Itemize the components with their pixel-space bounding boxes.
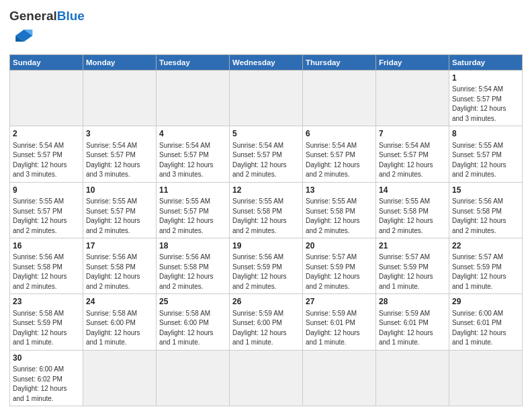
day-info: Sunrise: 6:00 AM Sunset: 6:02 PM Dayligh… — [13, 365, 80, 404]
day-info: Sunrise: 5:54 AM Sunset: 5:57 PM Dayligh… — [13, 141, 80, 180]
day-number: 21 — [379, 240, 446, 252]
day-number: 29 — [452, 296, 519, 308]
calendar-cell: 5Sunrise: 5:54 AM Sunset: 5:57 PM Daylig… — [230, 126, 303, 182]
day-number: 30 — [13, 353, 80, 364]
day-header-wednesday: Wednesday — [230, 54, 303, 70]
day-info: Sunrise: 5:59 AM Sunset: 6:00 PM Dayligh… — [232, 309, 300, 348]
calendar-cell: 13Sunrise: 5:55 AM Sunset: 5:58 PM Dayli… — [303, 182, 376, 238]
day-header-thursday: Thursday — [303, 54, 376, 70]
day-number: 10 — [86, 185, 153, 196]
day-number: 26 — [232, 296, 300, 308]
day-number: 3 — [86, 128, 153, 140]
day-info: Sunrise: 5:59 AM Sunset: 6:01 PM Dayligh… — [379, 309, 446, 348]
day-info: Sunrise: 5:56 AM Sunset: 5:58 PM Dayligh… — [159, 253, 226, 291]
day-info: Sunrise: 5:54 AM Sunset: 5:57 PM Dayligh… — [86, 141, 153, 180]
day-info: Sunrise: 5:55 AM Sunset: 5:57 PM Dayligh… — [13, 197, 80, 236]
calendar-cell: 22Sunrise: 5:57 AM Sunset: 5:59 PM Dayli… — [449, 238, 523, 294]
calendar-cell — [449, 350, 523, 406]
week-row-2: 2Sunrise: 5:54 AM Sunset: 5:57 PM Daylig… — [10, 126, 523, 182]
calendar-cell: 1Sunrise: 5:54 AM Sunset: 5:57 PM Daylig… — [449, 70, 523, 126]
calendar-cell — [303, 70, 376, 126]
day-number: 23 — [13, 296, 80, 308]
calendar-cell: 12Sunrise: 5:55 AM Sunset: 5:58 PM Dayli… — [230, 182, 303, 238]
day-info: Sunrise: 6:00 AM Sunset: 6:01 PM Dayligh… — [452, 309, 519, 348]
calendar-cell: 6Sunrise: 5:54 AM Sunset: 5:57 PM Daylig… — [303, 126, 376, 182]
day-number: 15 — [452, 185, 519, 196]
calendar-cell — [376, 350, 449, 406]
day-number: 22 — [452, 240, 519, 252]
day-info: Sunrise: 5:56 AM Sunset: 5:58 PM Dayligh… — [86, 253, 153, 291]
day-number: 9 — [13, 185, 80, 196]
week-row-4: 16Sunrise: 5:56 AM Sunset: 5:58 PM Dayli… — [10, 238, 523, 294]
day-info: Sunrise: 5:55 AM Sunset: 5:58 PM Dayligh… — [306, 197, 373, 236]
day-number: 28 — [379, 296, 446, 308]
day-number: 17 — [86, 240, 153, 252]
calendar-cell — [83, 350, 157, 406]
calendar-cell: 24Sunrise: 5:58 AM Sunset: 6:00 PM Dayli… — [83, 294, 157, 350]
week-row-5: 23Sunrise: 5:58 AM Sunset: 5:59 PM Dayli… — [10, 294, 523, 350]
calendar-cell — [157, 350, 230, 406]
day-info: Sunrise: 5:58 AM Sunset: 6:00 PM Dayligh… — [159, 309, 226, 348]
calendar-cell: 30Sunrise: 6:00 AM Sunset: 6:02 PM Dayli… — [10, 350, 83, 406]
day-number: 20 — [306, 240, 373, 252]
calendar-cell: 8Sunrise: 5:55 AM Sunset: 5:57 PM Daylig… — [449, 126, 523, 182]
day-info: Sunrise: 5:55 AM Sunset: 5:57 PM Dayligh… — [159, 197, 226, 236]
day-number: 2 — [13, 128, 80, 140]
logo-blue: Blue — [57, 9, 85, 23]
calendar-cell — [83, 70, 157, 126]
calendar-cell: 15Sunrise: 5:56 AM Sunset: 5:58 PM Dayli… — [449, 182, 523, 238]
day-info: Sunrise: 5:54 AM Sunset: 5:57 PM Dayligh… — [159, 141, 226, 180]
week-row-6: 30Sunrise: 6:00 AM Sunset: 6:02 PM Dayli… — [10, 350, 523, 406]
day-info: Sunrise: 5:56 AM Sunset: 5:58 PM Dayligh… — [452, 197, 519, 236]
logo: GeneralBlue — [9, 9, 85, 49]
calendar-cell: 3Sunrise: 5:54 AM Sunset: 5:57 PM Daylig… — [83, 126, 157, 182]
calendar-cell: 16Sunrise: 5:56 AM Sunset: 5:58 PM Dayli… — [10, 238, 83, 294]
day-header-saturday: Saturday — [449, 54, 523, 70]
calendar-cell — [10, 70, 83, 126]
day-header-tuesday: Tuesday — [157, 54, 230, 70]
calendar-cell: 2Sunrise: 5:54 AM Sunset: 5:57 PM Daylig… — [10, 126, 83, 182]
day-number: 4 — [159, 128, 226, 140]
day-number: 8 — [452, 128, 519, 140]
calendar-cell: 26Sunrise: 5:59 AM Sunset: 6:00 PM Dayli… — [230, 294, 303, 350]
logo-icon — [11, 24, 35, 48]
day-number: 19 — [232, 240, 300, 252]
days-header-row: SundayMondayTuesdayWednesdayThursdayFrid… — [10, 54, 523, 70]
day-info: Sunrise: 5:57 AM Sunset: 5:59 PM Dayligh… — [379, 253, 446, 291]
week-row-3: 9Sunrise: 5:55 AM Sunset: 5:57 PM Daylig… — [10, 182, 523, 238]
day-info: Sunrise: 5:54 AM Sunset: 5:57 PM Dayligh… — [379, 141, 446, 180]
day-number: 13 — [306, 185, 373, 196]
calendar-table: SundayMondayTuesdayWednesdayThursdayFrid… — [9, 54, 523, 406]
calendar-cell — [230, 350, 303, 406]
calendar-cell: 27Sunrise: 5:59 AM Sunset: 6:01 PM Dayli… — [303, 294, 376, 350]
day-info: Sunrise: 5:58 AM Sunset: 5:59 PM Dayligh… — [13, 309, 80, 348]
day-info: Sunrise: 5:59 AM Sunset: 6:01 PM Dayligh… — [306, 309, 373, 348]
calendar-cell: 25Sunrise: 5:58 AM Sunset: 6:00 PM Dayli… — [157, 294, 230, 350]
calendar-cell — [230, 70, 303, 126]
calendar-cell: 14Sunrise: 5:55 AM Sunset: 5:58 PM Dayli… — [376, 182, 449, 238]
day-info: Sunrise: 5:55 AM Sunset: 5:58 PM Dayligh… — [232, 197, 300, 236]
day-number: 25 — [159, 296, 226, 308]
day-number: 11 — [159, 185, 226, 196]
day-number: 1 — [452, 73, 519, 84]
day-info: Sunrise: 5:55 AM Sunset: 5:57 PM Dayligh… — [452, 141, 519, 180]
day-info: Sunrise: 5:54 AM Sunset: 5:57 PM Dayligh… — [232, 141, 300, 180]
calendar-cell: 18Sunrise: 5:56 AM Sunset: 5:58 PM Dayli… — [157, 238, 230, 294]
calendar-cell: 20Sunrise: 5:57 AM Sunset: 5:59 PM Dayli… — [303, 238, 376, 294]
calendar-cell — [376, 70, 449, 126]
calendar-cell: 7Sunrise: 5:54 AM Sunset: 5:57 PM Daylig… — [376, 126, 449, 182]
day-number: 14 — [379, 185, 446, 196]
day-info: Sunrise: 5:58 AM Sunset: 6:00 PM Dayligh… — [86, 309, 153, 348]
day-number: 6 — [306, 128, 373, 140]
calendar-cell — [157, 70, 230, 126]
calendar-cell: 19Sunrise: 5:56 AM Sunset: 5:59 PM Dayli… — [230, 238, 303, 294]
calendar-cell: 17Sunrise: 5:56 AM Sunset: 5:58 PM Dayli… — [83, 238, 157, 294]
day-info: Sunrise: 5:57 AM Sunset: 5:59 PM Dayligh… — [306, 253, 373, 291]
day-info: Sunrise: 5:55 AM Sunset: 5:57 PM Dayligh… — [86, 197, 153, 236]
day-info: Sunrise: 5:56 AM Sunset: 5:58 PM Dayligh… — [13, 253, 80, 291]
day-number: 7 — [379, 128, 446, 140]
day-number: 16 — [13, 240, 80, 252]
logo-general: General — [9, 9, 57, 23]
calendar-cell: 11Sunrise: 5:55 AM Sunset: 5:57 PM Dayli… — [157, 182, 230, 238]
calendar-cell: 28Sunrise: 5:59 AM Sunset: 6:01 PM Dayli… — [376, 294, 449, 350]
